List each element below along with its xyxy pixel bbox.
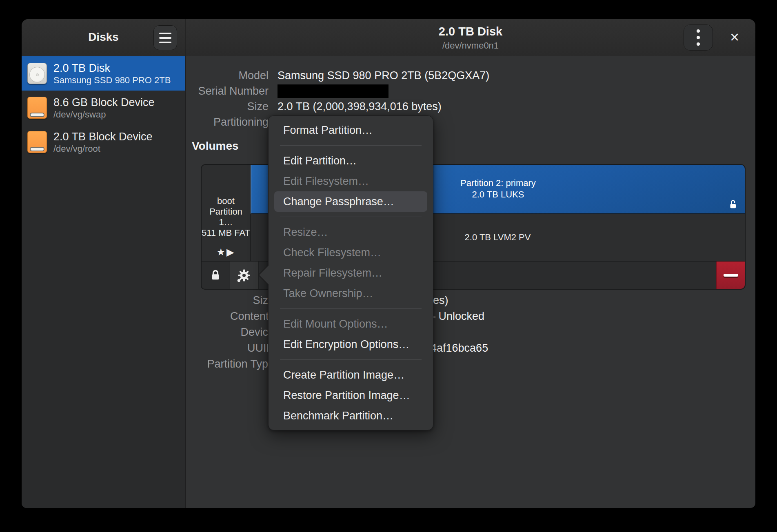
sidebar-item-vg-root[interactable]: 2.0 TB Block Device /dev/vg/root — [22, 125, 185, 159]
unlock-icon — [728, 199, 738, 210]
menu-item-resize[interactable]: Resize… — [274, 222, 427, 242]
menu-item-edit-mount-options[interactable]: Edit Mount Options… — [274, 314, 427, 334]
minus-icon — [724, 274, 738, 277]
menu-separator — [280, 217, 422, 217]
play-icon: ▶ — [226, 246, 235, 257]
star-icon: ★ — [217, 246, 227, 257]
model-label: Model — [238, 68, 269, 83]
lock-volume-button[interactable] — [202, 262, 229, 289]
kebab-icon — [697, 29, 700, 33]
menu-item-edit-partition[interactable]: Edit Partition… — [274, 151, 427, 171]
hamburger-icon — [159, 33, 171, 34]
menu-item-take-ownership[interactable]: Take Ownership… — [274, 283, 427, 304]
menu-item-repair-filesystem[interactable]: Repair Filesystem… — [274, 263, 427, 283]
window-title: 2.0 TB Disk — [186, 25, 755, 38]
gear-icon — [237, 268, 251, 283]
menu-separator — [280, 145, 422, 146]
partition-contents-label: Contents — [230, 308, 274, 324]
device-sidebar: 2.0 TB Disk Samsung SSD 980 PRO 2TB 8.6 … — [22, 56, 186, 508]
desktop-background: Disks 2.0 TB Disk /dev/nvme0n1 × — [0, 0, 777, 532]
boot-partition-size: 511 MB FAT — [202, 228, 250, 238]
titlebar: Disks 2.0 TB Disk /dev/nvme0n1 × — [22, 19, 755, 56]
menu-item-restore-partition-image[interactable]: Restore Partition Image… — [274, 385, 427, 406]
menu-item-check-filesystem[interactable]: Check Filesystem… — [274, 242, 427, 263]
app-menu-button[interactable] — [153, 25, 177, 50]
partition-contents-value: — Unlocked — [424, 308, 484, 324]
menu-separator — [280, 359, 422, 360]
menu-separator — [280, 308, 422, 309]
lock-icon — [209, 269, 222, 282]
device-title: 2.0 TB Block Device — [53, 130, 153, 143]
menu-item-change-passphrase[interactable]: Change Passphrase… — [274, 191, 427, 212]
device-subtitle: Samsung SSD 980 PRO 2TB — [53, 75, 171, 86]
close-icon: × — [730, 29, 739, 46]
partitioning-label: Partitioning — [213, 114, 269, 130]
menu-item-create-partition-image[interactable]: Create Partition Image… — [274, 365, 427, 385]
boot-partition-number: Partition 1… — [202, 206, 250, 228]
menu-item-edit-encryption-options[interactable]: Edit Encryption Options… — [274, 334, 427, 355]
hard-disk-icon — [27, 63, 47, 84]
volume-options-button[interactable] — [230, 262, 259, 289]
serial-number-label: Serial Number — [198, 83, 269, 99]
device-title: 8.6 GB Block Device — [53, 96, 155, 109]
block-device-icon — [27, 97, 47, 119]
menu-item-edit-filesystem[interactable]: Edit Filesystem… — [274, 171, 427, 191]
volumes-heading: Volumes — [192, 140, 239, 153]
delete-partition-button[interactable] — [716, 262, 745, 289]
close-button[interactable]: × — [725, 28, 744, 47]
device-title: 2.0 TB Disk — [53, 62, 171, 75]
menu-item-benchmark-partition[interactable]: Benchmark Partition… — [274, 406, 427, 426]
volume-options-menu: Format Partition… Edit Partition… Edit F… — [268, 115, 433, 430]
sidebar-header: Disks — [22, 19, 186, 56]
partition-type-label: Partition Type — [207, 356, 274, 372]
partition-uuid-value: 54af16bca65 — [424, 340, 488, 356]
size-label: Size — [247, 99, 269, 114]
device-subtitle: /dev/vg/root — [53, 143, 153, 154]
sidebar-item-nvme-disk[interactable]: 2.0 TB Disk Samsung SSD 980 PRO 2TB — [22, 56, 185, 91]
main-header: 2.0 TB Disk /dev/nvme0n1 × — [186, 19, 755, 56]
menu-item-format-partition[interactable]: Format Partition… — [274, 120, 427, 140]
size-value: 2.0 TB (2,000,398,934,016 bytes) — [278, 99, 442, 114]
window-subtitle: /dev/nvme0n1 — [186, 40, 755, 51]
block-device-icon — [27, 131, 47, 153]
model-value: Samsung SSD 980 PRO 2TB (5B2QGXA7) — [278, 68, 489, 83]
drive-menu-button[interactable] — [684, 24, 713, 51]
device-subtitle: /dev/vg/swap — [53, 109, 155, 120]
volume-boot-partition[interactable]: boot Partition 1… 511 MB FAT ★▶ — [202, 165, 251, 262]
boot-partition-name: boot — [202, 196, 250, 206]
sidebar-item-vg-swap[interactable]: 8.6 GB Block Device /dev/vg/swap — [22, 91, 185, 125]
serial-number-redaction-box — [278, 84, 388, 98]
